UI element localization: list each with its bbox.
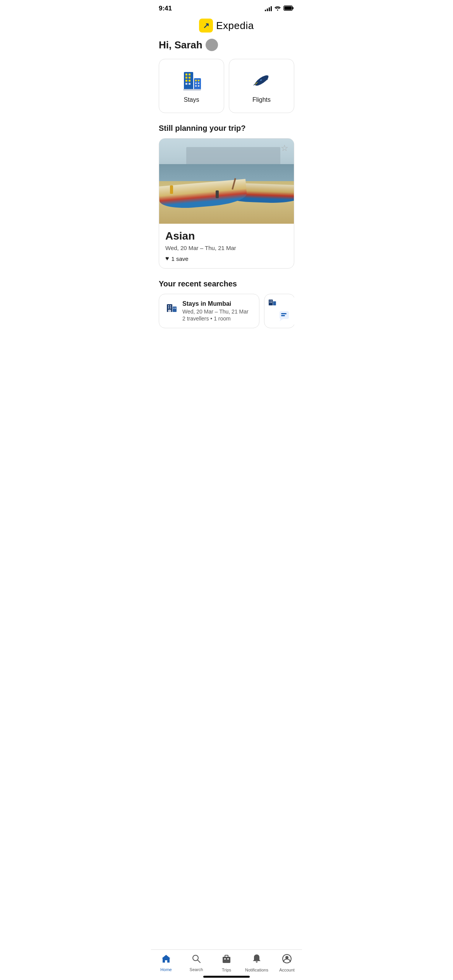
nav-trips-label: Trips	[222, 968, 231, 972]
svg-rect-14	[198, 80, 199, 81]
svg-rect-15	[195, 82, 197, 84]
svg-rect-34	[269, 302, 270, 303]
chat-bubble-icon	[279, 311, 292, 323]
svg-rect-10	[185, 83, 187, 85]
svg-rect-12	[194, 78, 201, 90]
app-name: Expedia	[216, 20, 254, 32]
notifications-icon	[252, 954, 261, 966]
svg-point-20	[253, 74, 269, 87]
svg-rect-18	[198, 85, 199, 87]
svg-rect-25	[168, 307, 169, 308]
stays-icon	[180, 69, 203, 92]
svg-rect-13	[195, 80, 197, 81]
trip-image: ☆	[159, 139, 294, 224]
svg-rect-11	[189, 83, 190, 85]
svg-rect-28	[173, 308, 175, 309]
home-indicator	[203, 976, 250, 978]
svg-rect-7	[189, 77, 190, 79]
search-card-title: Stays in Mumbai	[182, 300, 249, 307]
search-icon	[192, 954, 201, 966]
svg-line-41	[198, 960, 201, 963]
nav-search[interactable]: Search	[181, 954, 211, 972]
svg-rect-24	[170, 305, 171, 307]
svg-rect-9	[189, 80, 190, 82]
trip-card[interactable]: ☆ Asian Wed, 20 Mar – Thu, 21 Mar ♥ 1 sa…	[159, 138, 294, 269]
svg-rect-27	[173, 307, 177, 312]
svg-rect-2	[285, 6, 292, 10]
svg-rect-43	[225, 955, 228, 958]
search-card-info: Stays in Mumbai Wed, 20 Mar – Thu, 21 Ma…	[182, 300, 249, 322]
account-icon	[282, 954, 292, 966]
search-card-dates: Wed, 20 Mar – Thu, 21 Mar	[182, 308, 249, 315]
nav-notifications[interactable]: Notifications	[242, 954, 272, 972]
trip-saves: ♥ 1 save	[165, 255, 288, 262]
beach-scene	[159, 139, 294, 224]
svg-rect-39	[281, 315, 285, 316]
stays-label: Stays	[184, 96, 199, 103]
svg-rect-29	[175, 308, 176, 309]
flights-icon	[250, 69, 273, 92]
svg-rect-30	[168, 310, 171, 312]
heart-icon: ♥	[165, 255, 169, 262]
search-card-details: 2 travellers • 1 room	[182, 315, 249, 322]
trip-info: Asian Wed, 20 Mar – Thu, 21 Mar ♥ 1 save	[159, 224, 294, 268]
svg-rect-16	[198, 82, 199, 84]
svg-rect-44	[224, 958, 226, 959]
svg-rect-4	[185, 74, 187, 75]
svg-rect-17	[195, 85, 197, 87]
status-time: 9:41	[159, 5, 172, 12]
svg-rect-38	[281, 313, 287, 314]
nav-account-label: Account	[279, 968, 295, 972]
wifi-icon	[274, 5, 281, 12]
svg-rect-26	[170, 307, 171, 308]
home-icon	[161, 954, 171, 966]
battery-icon	[283, 5, 294, 12]
svg-point-47	[285, 956, 288, 959]
trips-icon	[222, 954, 231, 966]
svg-rect-45	[227, 958, 229, 959]
recent-searches-title: Your recent searches	[159, 279, 294, 288]
logo-container: Expedia	[199, 19, 254, 33]
status-bar: 9:41	[151, 0, 302, 15]
searches-scroll: Stays in Mumbai Wed, 20 Mar – Thu, 21 Ma…	[159, 294, 294, 331]
hotel-partial-icon	[268, 297, 277, 308]
signal-bars-icon	[265, 6, 272, 11]
expedia-logo-icon	[199, 19, 213, 33]
flights-label: Flights	[252, 96, 271, 103]
favorite-icon[interactable]: ☆	[281, 143, 288, 153]
nav-notifications-label: Notifications	[245, 968, 268, 972]
svg-rect-23	[168, 305, 169, 307]
greeting-text: Hi, Sarah	[159, 39, 202, 51]
trip-destination: Asian	[165, 230, 288, 242]
hotel-search-icon	[165, 301, 178, 316]
search-card-partial[interactable]	[264, 294, 294, 328]
trip-dates: Wed, 20 Mar – Thu, 21 Mar	[165, 245, 288, 251]
planning-section-title: Still planning your trip?	[159, 124, 294, 133]
nav-search-label: Search	[190, 967, 203, 972]
nav-home-label: Home	[160, 967, 172, 972]
app-header: Expedia	[151, 15, 302, 39]
stays-card[interactable]: Stays	[159, 59, 224, 113]
svg-rect-35	[271, 302, 272, 303]
svg-rect-32	[269, 300, 270, 301]
search-card-mumbai[interactable]: Stays in Mumbai Wed, 20 Mar – Thu, 21 Ma…	[159, 294, 259, 328]
status-icons	[265, 5, 294, 12]
nav-home[interactable]: Home	[151, 954, 181, 972]
svg-rect-33	[271, 300, 272, 301]
svg-rect-6	[185, 77, 187, 79]
nav-account[interactable]: Account	[272, 954, 302, 972]
svg-rect-19	[183, 89, 201, 91]
category-grid: Stays Flights	[159, 59, 294, 113]
svg-rect-1	[292, 7, 293, 9]
flights-card[interactable]: Flights	[229, 59, 294, 113]
svg-rect-31	[269, 300, 273, 305]
nav-trips[interactable]: Trips	[211, 954, 242, 972]
greeting-section: Hi, Sarah	[159, 39, 294, 51]
svg-rect-5	[189, 74, 190, 75]
svg-rect-36	[273, 302, 276, 306]
trip-saves-count: 1 save	[172, 255, 189, 262]
main-content: Hi, Sarah	[151, 39, 302, 331]
avatar	[206, 39, 218, 51]
svg-rect-8	[185, 80, 187, 82]
